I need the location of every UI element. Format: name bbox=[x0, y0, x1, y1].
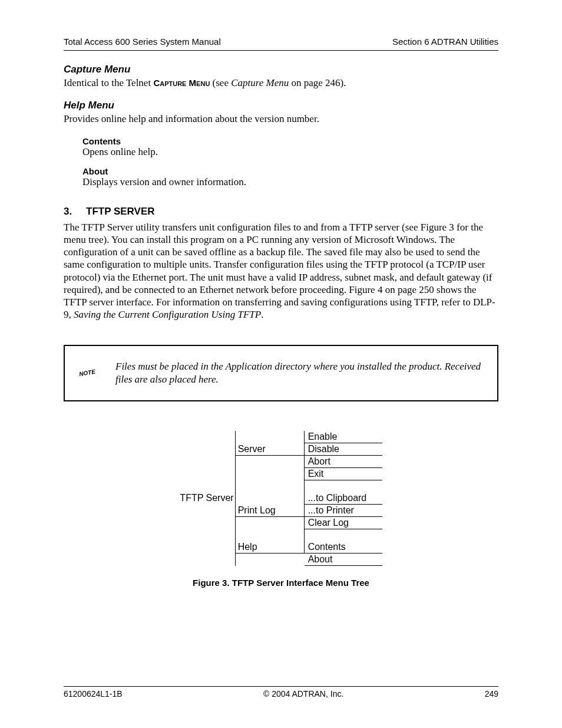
footer-left: 61200624L1-1B bbox=[64, 689, 123, 699]
tree-item: Abort bbox=[305, 456, 382, 468]
tree-item: Enable bbox=[305, 431, 382, 443]
tree-item: Exit bbox=[305, 468, 382, 480]
section-body: The TFTP Server utility transfers unit c… bbox=[64, 221, 498, 321]
header-left: Total Access 600 Series System Manual bbox=[64, 37, 221, 47]
tree-spacer bbox=[305, 529, 382, 541]
tree-group-label: Print Log bbox=[236, 505, 305, 517]
tree-cell bbox=[236, 431, 305, 443]
tree-cell bbox=[236, 492, 305, 505]
tree-item: Clear Log bbox=[305, 517, 382, 529]
tree-cell bbox=[236, 468, 305, 480]
section-heading: 3.TFTP SERVER bbox=[64, 206, 498, 218]
tree-root: TFTP Server bbox=[180, 431, 235, 566]
capture-text: Identical to the Telnet Capture Menu (se… bbox=[64, 77, 498, 89]
tree-item: Contents bbox=[305, 541, 382, 554]
capture-heading: Capture Menu bbox=[64, 64, 498, 75]
help-item-about: About Displays version and owner informa… bbox=[82, 166, 498, 188]
help-heading: Help Menu bbox=[64, 100, 498, 111]
tree-group-label: Server bbox=[236, 443, 305, 456]
note-box: Files must be placed in the Application … bbox=[64, 345, 498, 401]
tree-cell bbox=[236, 529, 305, 541]
tree-cell bbox=[236, 480, 305, 492]
tree-item: ...to Printer bbox=[305, 505, 382, 517]
help-text: Provides online help and information abo… bbox=[64, 113, 498, 125]
tree-item: Disable bbox=[305, 443, 382, 456]
tree-cell bbox=[236, 517, 305, 529]
footer-right: 249 bbox=[485, 689, 498, 699]
tree-group-label: Help bbox=[236, 541, 305, 554]
tree-cell bbox=[236, 456, 305, 468]
tree-item: About bbox=[305, 554, 382, 566]
footer-center: © 2004 ADTRAN, Inc. bbox=[263, 689, 343, 699]
help-item-contents: Contents Opens online help. bbox=[82, 136, 498, 158]
figure-caption: Figure 3. TFTP Server Interface Menu Tre… bbox=[64, 578, 498, 588]
page-footer: 61200624L1-1B © 2004 ADTRAN, Inc. 249 bbox=[64, 686, 498, 699]
page-header: Total Access 600 Series System Manual Se… bbox=[64, 37, 498, 51]
note-text: Files must be placed in the Application … bbox=[115, 360, 487, 386]
tree-cell bbox=[236, 554, 305, 566]
tree-spacer bbox=[305, 480, 382, 492]
menu-tree: TFTP Server Enable Server Disable Abort … bbox=[64, 431, 498, 566]
note-icon bbox=[75, 368, 99, 378]
tree-item: ...to Clipboard bbox=[305, 492, 382, 505]
header-right: Section 6 ADTRAN Utilities bbox=[392, 37, 498, 47]
